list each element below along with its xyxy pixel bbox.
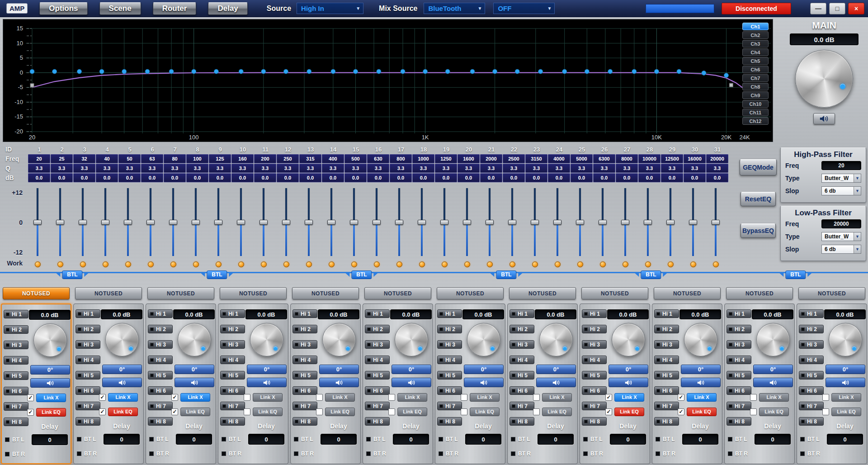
fader-handle[interactable]	[373, 220, 381, 225]
eq-band-q-15[interactable]: 3.3	[344, 164, 367, 173]
mute-button[interactable]	[464, 378, 504, 387]
phase-button[interactable]: 0°	[30, 365, 70, 375]
mute-button[interactable]	[392, 378, 431, 387]
hi-7-button[interactable]: Hi 7	[726, 402, 751, 410]
channel-button-ch1[interactable]: Ch1	[742, 23, 769, 30]
lpf-freq-value[interactable]: 20000	[821, 219, 861, 228]
geq-fader-band-25[interactable]	[569, 186, 591, 259]
geq-fader-band-3[interactable]	[71, 186, 94, 259]
eq-band-freq-12[interactable]: 250	[277, 154, 299, 163]
hi-3-button[interactable]: Hi 3	[437, 340, 462, 349]
eq-band-db-31[interactable]: 0.0	[706, 173, 728, 182]
hi-2-button[interactable]: Hi 2	[582, 325, 607, 333]
hi-4-button[interactable]: Hi 4	[799, 356, 824, 364]
lpf-type-dropdown[interactable]: Butter_W ▼	[821, 232, 861, 241]
eq-band-q-2[interactable]: 3.3	[51, 164, 73, 173]
mute-button[interactable]	[30, 378, 70, 388]
fader-handle[interactable]	[192, 220, 200, 225]
eq-band-freq-31[interactable]: 20000	[706, 154, 728, 163]
link-x-button[interactable]: Link X	[542, 393, 572, 402]
mute-button[interactable]	[609, 378, 648, 387]
eq-band-db-1[interactable]: 0.0	[28, 173, 50, 182]
eq-band-db-26[interactable]: 0.0	[593, 173, 615, 182]
hi-1-button[interactable]: Hi 1	[75, 309, 100, 318]
eq-band-freq-8[interactable]: 100	[186, 154, 208, 163]
fader-handle[interactable]	[56, 220, 64, 225]
maximize-button[interactable]: □	[829, 3, 845, 14]
eq-band-q-16[interactable]: 3.3	[367, 164, 389, 173]
eq-band-q-22[interactable]: 3.3	[503, 164, 525, 173]
hi-2-button[interactable]: Hi 2	[726, 325, 751, 333]
hi-6-button[interactable]: Hi 6	[75, 386, 100, 395]
notused-button-ch10[interactable]: NOTUSED	[654, 287, 721, 299]
hi-7-button[interactable]: Hi 7	[365, 402, 390, 410]
geq-fader-band-30[interactable]	[682, 186, 704, 259]
eq-band-freq-6[interactable]: 63	[141, 154, 163, 163]
geq-fader-band-7[interactable]	[162, 186, 184, 259]
eq-band-q-8[interactable]: 3.3	[186, 164, 208, 173]
link-x-button[interactable]: Link X	[325, 393, 355, 402]
phase-button[interactable]: 0°	[753, 365, 793, 374]
link-x-checkbox[interactable]	[388, 394, 395, 401]
eq-band-q-7[interactable]: 3.3	[164, 164, 186, 173]
fader-handle[interactable]	[531, 220, 539, 225]
notused-button-ch4[interactable]: NOTUSED	[220, 287, 287, 299]
link-eq-button[interactable]: Link EQ	[108, 408, 138, 416]
link-eq-button[interactable]: Link EQ	[542, 408, 572, 416]
eq-band-db-27[interactable]: 0.0	[616, 173, 638, 182]
hi-2-button[interactable]: Hi 2	[292, 325, 317, 333]
link-eq-checkbox[interactable]: ✓	[99, 408, 106, 415]
hi-7-button[interactable]: Hi 7	[148, 402, 173, 410]
hi-4-button[interactable]: Hi 4	[220, 356, 245, 364]
gain-knob[interactable]	[467, 323, 500, 356]
link-x-checkbox[interactable]	[316, 394, 323, 401]
phase-button[interactable]: 0°	[826, 365, 865, 374]
hi-8-button[interactable]: Hi 8	[75, 417, 100, 426]
phase-button[interactable]: 0°	[609, 365, 648, 374]
geq-fader-band-17[interactable]	[388, 186, 410, 259]
hi-2-button[interactable]: Hi 2	[75, 325, 100, 333]
eq-band-db-18[interactable]: 0.0	[412, 173, 434, 182]
hi-6-button[interactable]: Hi 6	[582, 386, 607, 395]
eq-band-freq-20[interactable]: 1600	[458, 154, 480, 163]
link-eq-button[interactable]: Link EQ	[687, 408, 717, 416]
minimize-button[interactable]: —	[810, 3, 826, 14]
eq-band-db-24[interactable]: 0.0	[548, 173, 570, 182]
geq-fader-band-20[interactable]	[456, 186, 478, 259]
hi-4-button[interactable]: Hi 4	[75, 356, 100, 364]
hpf-freq-value[interactable]: 20	[821, 161, 861, 170]
hi-7-button[interactable]: Hi 7	[654, 402, 679, 410]
hi-8-button[interactable]: Hi 8	[509, 417, 534, 426]
link-x-checkbox[interactable]	[822, 394, 829, 401]
notused-button-ch2[interactable]: NOTUSED	[75, 287, 142, 299]
eq-band-db-10[interactable]: 0.0	[231, 173, 254, 182]
eq-band-q-20[interactable]: 3.3	[458, 164, 480, 173]
hi-4-button[interactable]: Hi 4	[509, 356, 534, 364]
channel-button-ch2[interactable]: Ch2	[742, 31, 769, 39]
eq-band-q-13[interactable]: 3.3	[299, 164, 321, 173]
hi-4-button[interactable]: Hi 4	[148, 356, 173, 364]
hi-3-button[interactable]: Hi 3	[654, 340, 679, 349]
link-x-checkbox[interactable]	[244, 394, 250, 401]
link-x-checkbox[interactable]: ✓	[99, 394, 106, 401]
eq-band-db-17[interactable]: 0.0	[390, 173, 412, 182]
hi-3-button[interactable]: Hi 3	[582, 340, 607, 349]
link-eq-checkbox[interactable]: ✓	[27, 409, 34, 416]
hi-5-button[interactable]: Hi 5	[799, 371, 824, 380]
eq-band-db-30[interactable]: 0.0	[684, 173, 706, 182]
eq-band-q-9[interactable]: 3.3	[209, 164, 231, 173]
eq-band-db-9[interactable]: 0.0	[209, 173, 231, 182]
fader-handle[interactable]	[576, 220, 584, 225]
gain-knob[interactable]	[756, 323, 790, 356]
hi-1-button[interactable]: Hi 1	[654, 309, 679, 318]
mute-button[interactable]	[175, 378, 214, 387]
hi-2-button[interactable]: Hi 2	[365, 325, 390, 333]
fader-handle[interactable]	[486, 220, 494, 225]
hi-6-button[interactable]: Hi 6	[654, 386, 679, 395]
hi-7-button[interactable]: Hi 7	[582, 402, 607, 410]
hi-7-button[interactable]: Hi 7	[220, 402, 245, 410]
mix-source-dropdown[interactable]: BlueTooth ▼	[424, 3, 485, 14]
gain-knob[interactable]	[33, 323, 67, 357]
hi-8-button[interactable]: Hi 8	[365, 417, 390, 426]
link-eq-checkbox[interactable]	[244, 408, 250, 415]
